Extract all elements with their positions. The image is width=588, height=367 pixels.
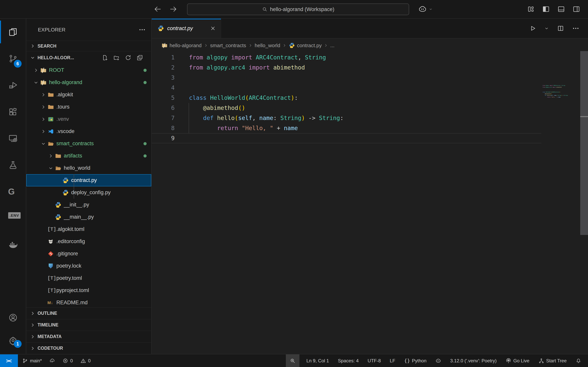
status-notifications[interactable] [572,354,585,367]
python-icon [55,214,61,220]
search-section-header[interactable]: SEARCH [26,41,151,51]
tree-item--vscode[interactable]: .vscode [26,125,151,137]
editor-more-actions[interactable] [572,25,579,32]
activity-run-and-debug[interactable] [0,72,26,99]
status-encoding[interactable]: UTF-8 [364,354,384,367]
tree-item-poetry-lock[interactable]: poetry.lock [26,260,151,272]
folder-root-icon [40,79,47,86]
toggle-panel-button[interactable] [557,5,565,13]
copilot-menu-button[interactable] [418,5,433,14]
activity-settings[interactable]: 1 [0,329,26,352]
breadcrumb: hello-algorandsmart_contractshello_world… [152,38,588,52]
status-git-branch[interactable]: main* [19,354,45,367]
tree-item-readme-md[interactable]: M↓README.md [26,297,151,307]
section-timeline[interactable]: TIMELINE [26,319,151,331]
status-python-interpreter[interactable]: 3.12.0 ('.venv': Poetry) [447,354,500,367]
run-python-file-button[interactable] [529,25,536,32]
folder-open-icon [55,165,61,171]
activity-accounts[interactable] [0,306,26,329]
workspace-actions [102,54,151,61]
status-eol-sequence[interactable]: LF [387,354,398,367]
breadcrumb-item-smart-contracts[interactable]: smart_contracts [210,42,246,49]
tree-item--algokit-toml[interactable]: [T].algokit.toml [26,223,151,235]
toggle-secondary-sidebar-button[interactable] [572,5,580,13]
chevron-right-icon [324,43,328,48]
tree-item-hello-algorand[interactable]: hello-algorand [26,76,151,89]
git-modified-dot [144,142,147,145]
refresh-explorer-button[interactable] [125,54,131,61]
split-editor-button[interactable] [557,25,564,32]
activity-docker[interactable] [0,232,26,258]
code-editor[interactable]: 123456789 from algopy import ARC4Contrac… [152,52,588,354]
workspace-section-header[interactable]: HELLO-ALGOR... [26,51,151,64]
tree-item-label: ROOT [49,67,64,73]
tree-item-root[interactable]: ROOT [26,64,151,76]
status-indentation[interactable]: Spaces: 4 [335,354,362,367]
scrollbar[interactable] [580,51,588,235]
tree-item-deploy-config-py[interactable]: deploy_config.py [26,186,151,199]
tree-item-pyproject-toml[interactable]: [T]pyproject.toml [26,284,151,297]
activity-remote-explorer[interactable] [0,125,26,152]
tree-item-artifacts[interactable]: artifacts [26,150,151,162]
poetry-icon [47,263,54,269]
command-center-search[interactable]: hello-algorand (Workspace) [187,3,409,15]
explorer-more-actions[interactable] [138,26,146,33]
new-file-button[interactable] [102,54,108,61]
activity-explorer[interactable] [0,19,26,45]
back-button-icon[interactable] [154,5,162,13]
status-screencast-zoom[interactable] [286,354,299,367]
breadcrumb-item-hello-world[interactable]: hello_world [255,42,280,49]
status-publish-changes[interactable] [46,354,58,367]
breadcrumb-item--[interactable]: ... [330,42,334,49]
run-options-dropdown[interactable] [544,26,549,31]
tab-contract-py[interactable]: contract.py [152,19,221,38]
status-warnings[interactable]: 0 [77,354,94,367]
status-cursor-position[interactable]: Ln 9, Col 1 [303,354,332,367]
new-folder-button[interactable] [113,54,120,61]
tree-item-contract-py[interactable]: contract.py [26,174,151,186]
section-label: OUTLINE [37,311,57,316]
close-tab-icon[interactable] [210,25,216,31]
tree-item--main-py[interactable]: __main__.py [26,211,151,223]
line-number: 4 [152,83,175,93]
tree-item-label: smart_contracts [56,141,94,147]
chevron-right-icon [282,43,287,48]
section-metadata[interactable]: METADATA [26,331,151,342]
line-number: 5 [152,93,175,103]
status-errors[interactable]: 0 [59,354,76,367]
toggle-primary-sidebar-button[interactable] [542,5,550,13]
status-remote-indicator[interactable]: >< [0,354,18,367]
tree-item--init-py[interactable]: __init__.py [26,199,151,211]
activity-testing[interactable] [0,152,26,178]
tree-item--tours[interactable]: .tours [26,101,151,113]
tree-item--editorconfig[interactable]: .editorconfig [26,235,151,248]
breadcrumb-item-hello-algorand[interactable]: hello-algorand [161,42,202,49]
tree-item-hello-world[interactable]: hello_world [26,162,151,174]
collapse-folders-button[interactable] [137,54,143,61]
activity-dotenv[interactable]: .ENV [0,205,26,232]
tree-item-label: poetry.lock [56,263,81,269]
forward-button-icon[interactable] [169,5,177,13]
tree-item-poetry-toml[interactable]: [T]poetry.toml [26,272,151,284]
chevron-right-icon [40,104,46,110]
tree-item--gitignore[interactable]: .gitignore [26,248,151,260]
minimap[interactable]: from algopy import ARC4Contract, Stringf… [543,85,583,166]
tree-item-smart-contracts[interactable]: smart_contracts [26,137,151,150]
section-codetour[interactable]: CODETOUR [26,342,151,354]
breadcrumb-item-contract-py[interactable]: contract.py [289,42,322,49]
activity-extensions[interactable] [0,99,26,125]
chevron-right-icon [30,345,35,351]
status-language-mode[interactable]: {}Python [401,354,430,367]
python-icon [289,42,295,49]
tree-item--venv[interactable]: .venv [26,113,151,125]
status-go-live[interactable]: Go Live [502,354,533,367]
status-start-tree[interactable]: Start Tree [535,354,570,367]
activity-gitlens[interactable]: G [0,178,26,205]
status-copilot-status[interactable] [432,354,444,367]
activity-source-control[interactable]: 6 [0,45,26,72]
customize-layout-button[interactable] [527,5,535,13]
line-numbers: 123456789 [152,52,175,143]
tree-item--algokit[interactable]: .algokit [26,89,151,101]
tree-icon [538,358,544,364]
section-outline[interactable]: OUTLINE [26,308,151,319]
